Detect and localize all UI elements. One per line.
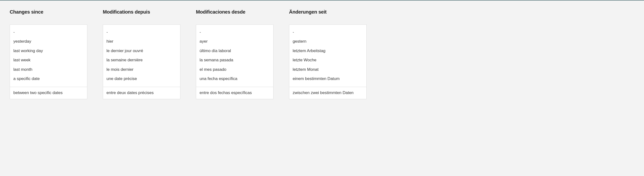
column-en: Changes since - yesterday last working d… [10, 9, 87, 99]
listbox-main: - ayer último día laboral la semana pasa… [196, 25, 273, 87]
list-option[interactable]: last week [13, 56, 84, 65]
list-option[interactable]: la semana pasada [200, 56, 270, 65]
list-option[interactable]: le dernier jour ouvré [106, 46, 177, 56]
list-option-between[interactable]: entre dos fechas específicas [196, 87, 273, 99]
list-option[interactable]: ayer [200, 37, 270, 46]
column-es: Modificaciones desde - ayer último día l… [196, 9, 274, 99]
list-option[interactable]: une date précise [106, 74, 177, 84]
list-option[interactable]: - [200, 28, 270, 37]
list-option-between[interactable]: entre deux dates précises [103, 87, 180, 99]
list-option[interactable]: last working day [13, 46, 84, 56]
list-option[interactable]: - [293, 28, 363, 37]
listbox: - gestern letztem Arbeitstag letzte Woch… [289, 24, 366, 99]
column-heading: Modificaciones desde [196, 9, 274, 15]
list-option[interactable]: last month [13, 65, 84, 74]
listbox: - ayer último día laboral la semana pasa… [196, 24, 274, 99]
list-option[interactable]: einem bestimmten Datum [293, 74, 363, 84]
list-option-between[interactable]: zwischen zwei bestimmten Daten [289, 87, 366, 99]
list-option[interactable]: letzte Woche [293, 56, 363, 65]
column-heading: Changes since [10, 9, 87, 15]
list-option[interactable]: a specific date [13, 74, 84, 84]
list-option[interactable]: hier [106, 37, 177, 46]
list-option-between[interactable]: between two specific dates [10, 87, 87, 99]
listbox: - hier le dernier jour ouvré la semaine … [103, 24, 180, 99]
listbox-main: - gestern letztem Arbeitstag letzte Woch… [289, 25, 366, 87]
list-option[interactable]: - [106, 28, 177, 37]
column-heading: Modifications depuis [103, 9, 180, 15]
list-option[interactable]: letztem Arbeitstag [293, 46, 363, 56]
listbox-main: - hier le dernier jour ouvré la semaine … [103, 25, 180, 87]
list-option[interactable]: el mes pasado [200, 65, 270, 74]
list-option[interactable]: una fecha específica [200, 74, 270, 84]
list-option[interactable]: le mois dernier [106, 65, 177, 74]
column-fr: Modifications depuis - hier le dernier j… [103, 9, 180, 99]
list-option[interactable]: - [13, 28, 84, 37]
listbox: - yesterday last working day last week l… [10, 24, 87, 99]
list-option[interactable]: gestern [293, 37, 363, 46]
list-option[interactable]: letztem Monat [293, 65, 363, 74]
list-option[interactable]: último día laboral [200, 46, 270, 56]
listbox-main: - yesterday last working day last week l… [10, 25, 87, 87]
columns-wrap: Changes since - yesterday last working d… [0, 0, 644, 114]
list-option[interactable]: yesterday [13, 37, 84, 46]
column-heading: Änderungen seit [289, 9, 366, 15]
column-de: Änderungen seit - gestern letztem Arbeit… [289, 9, 366, 99]
list-option[interactable]: la semaine dernière [106, 56, 177, 65]
